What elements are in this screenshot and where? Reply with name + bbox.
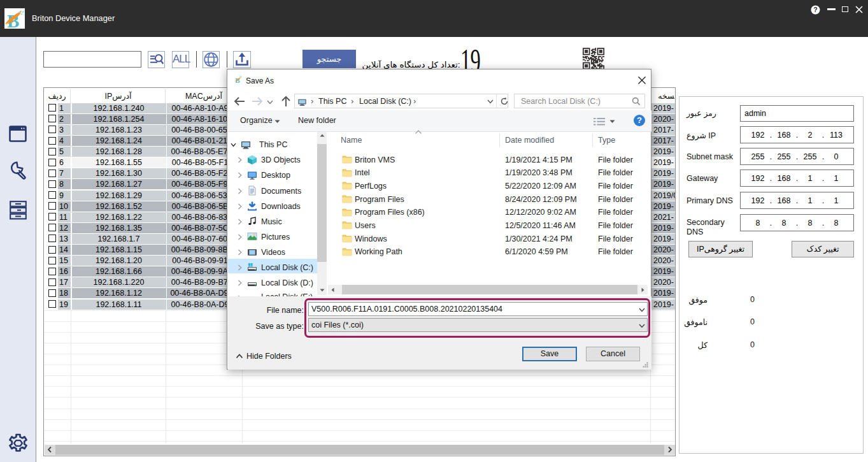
- svg-text:B: B: [235, 76, 240, 84]
- svg-text:?: ?: [813, 6, 817, 13]
